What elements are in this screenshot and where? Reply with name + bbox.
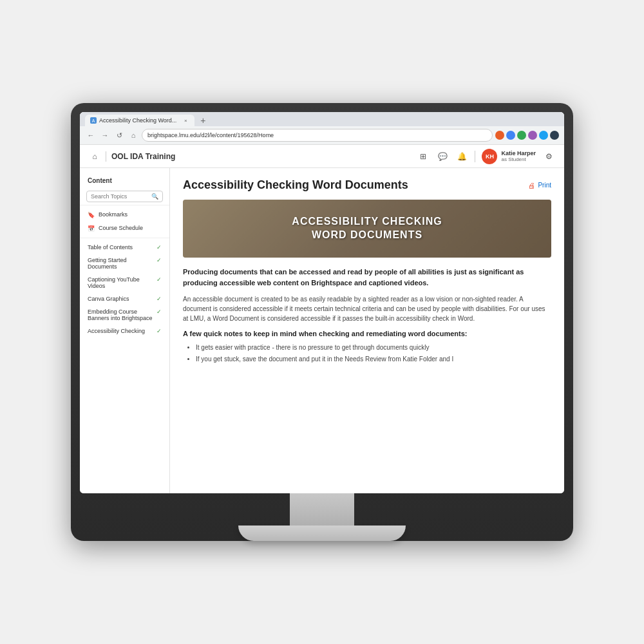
content-subheading: A few quick notes to keep in mind when c…: [183, 330, 551, 337]
check-icon-canva: ✓: [156, 296, 162, 302]
print-label: Print: [538, 182, 551, 189]
browser-toolbar-icons: [495, 131, 559, 140]
user-role: as Student: [501, 156, 536, 162]
lms-main: Content 🔍 🔖 Bookmarks 📅 Course Schedule: [80, 168, 564, 493]
sidebar-item-toc[interactable]: Table of Contents ✓: [80, 241, 169, 254]
print-icon: 🖨: [528, 182, 535, 189]
topnav-title: OOL IDA Training: [111, 152, 175, 161]
print-button[interactable]: 🖨 Print: [528, 182, 551, 189]
back-button[interactable]: ←: [85, 129, 97, 141]
address-bar[interactable]: brightspace.lmu.edu/d2l/le/content/19562…: [142, 129, 493, 142]
monitor-screen: A Accessibility Checking Word... × + ← →…: [80, 112, 564, 493]
lms-container: ⌂ OOL IDA Training ⊞ 💬 🔔 KH Katie Harper: [80, 145, 564, 493]
lms-topnav: ⌂ OOL IDA Training ⊞ 💬 🔔 KH Katie Harper: [80, 145, 564, 168]
browser-ext-icon-6: [550, 131, 559, 140]
user-profile[interactable]: KH Katie Harper as Student: [482, 149, 536, 164]
url-text: brightspace.lmu.edu/d2l/le/content/19562…: [147, 132, 274, 138]
sidebar-item-getting-started[interactable]: Getting Started Documents ✓: [80, 254, 169, 273]
search-input[interactable]: [91, 193, 151, 200]
sidebar-item-bookmarks[interactable]: 🔖 Bookmarks: [80, 208, 169, 222]
sidebar-item-label: Table of Contents: [88, 244, 153, 251]
tab-close-button[interactable]: ×: [182, 117, 189, 124]
topnav-home-icon[interactable]: ⌂: [89, 151, 100, 162]
grid-icon[interactable]: ⊞: [417, 150, 430, 163]
refresh-button[interactable]: ↺: [113, 129, 125, 141]
topnav-right: ⊞ 💬 🔔 KH Katie Harper as Student ⚙: [417, 149, 555, 164]
settings-icon[interactable]: ⚙: [542, 150, 555, 163]
sidebar-item-embedding[interactable]: Embedding Course Banners into Brightspac…: [80, 305, 169, 325]
sidebar: Content 🔍 🔖 Bookmarks 📅 Course Schedule: [80, 168, 170, 493]
monitor-base: [238, 526, 406, 541]
chat-icon[interactable]: 💬: [436, 150, 449, 163]
browser-ext-icon-4: [528, 131, 537, 140]
content-lead: Producing documents that can be accessed…: [183, 267, 551, 288]
list-item: It gets easier with practice - there is …: [196, 343, 551, 353]
check-icon-captioning: ✓: [156, 276, 162, 283]
sidebar-item-label: Accessibility Checking: [88, 328, 153, 334]
forward-button[interactable]: →: [99, 129, 111, 141]
monitor-neck: [290, 493, 354, 526]
sidebar-item-label: Course Schedule: [99, 225, 162, 231]
tab-title: Accessibility Checking Word...: [99, 117, 176, 124]
list-item: If you get stuck, save the document and …: [196, 354, 551, 365]
content-header: Accessibility Checking Word Documents 🖨 …: [183, 178, 551, 192]
check-icon-getting-started: ✓: [156, 257, 162, 263]
check-icon-toc: ✓: [156, 244, 162, 251]
sidebar-item-canva[interactable]: Canva Graphics ✓: [80, 292, 169, 305]
tab-favicon: A: [90, 117, 97, 124]
browser-ext-icon-1: [495, 131, 504, 140]
sidebar-item-label: Captioning YouTube Videos: [88, 276, 153, 289]
bookmarks-icon: 🔖: [88, 212, 95, 218]
topnav-divider: [106, 151, 106, 162]
content-body: An accessible document is created to be …: [183, 294, 551, 323]
avatar: KH: [482, 149, 497, 164]
active-tab[interactable]: A Accessibility Checking Word... ×: [85, 115, 194, 126]
notification-icon[interactable]: 🔔: [455, 150, 468, 163]
browser-ext-icon-3: [517, 131, 526, 140]
browser-ext-icon-2: [506, 131, 515, 140]
search-box[interactable]: 🔍: [86, 191, 163, 202]
sidebar-item-label: Bookmarks: [99, 211, 162, 218]
sidebar-item-accessibility[interactable]: Accessibility Checking ✓: [80, 325, 169, 337]
home-nav-button[interactable]: ⌂: [128, 129, 139, 141]
sidebar-item-label: Embedding Course Banners into Brightspac…: [88, 308, 153, 321]
sidebar-heading: Content: [80, 173, 169, 188]
address-bar-row: ← → ↺ ⌂ brightspace.lmu.edu/d2l/le/conte…: [80, 126, 564, 144]
sidebar-item-course-schedule[interactable]: 📅 Course Schedule: [80, 222, 169, 235]
monitor: A Accessibility Checking Word... × + ← →…: [71, 103, 573, 541]
sidebar-item-captioning[interactable]: Captioning YouTube Videos ✓: [80, 273, 169, 292]
sidebar-divider-2: [80, 238, 169, 238]
new-tab-button[interactable]: +: [197, 115, 209, 126]
browser-chrome: A Accessibility Checking Word... × + ← →…: [80, 112, 564, 145]
sidebar-divider-1: [80, 205, 169, 205]
content-list: It gets easier with practice - there is …: [196, 343, 551, 365]
calendar-icon: 📅: [88, 225, 95, 232]
check-icon-accessibility: ✓: [156, 328, 162, 334]
check-icon-embedding: ✓: [156, 308, 162, 315]
user-name-block: Katie Harper as Student: [501, 150, 536, 162]
browser-ext-icon-5: [539, 131, 548, 140]
tab-bar: A Accessibility Checking Word... × +: [80, 112, 564, 126]
content-area: Accessibility Checking Word Documents 🖨 …: [170, 168, 564, 493]
topnav-user-divider: [475, 151, 475, 162]
content-title: Accessibility Checking Word Documents: [183, 178, 408, 192]
user-name: Katie Harper: [501, 150, 536, 156]
search-icon: 🔍: [151, 193, 158, 200]
hero-text: ACCESSIBILITY CHECKING WORD DOCUMENTS: [292, 215, 442, 242]
hero-line-1: ACCESSIBILITY CHECKING: [292, 215, 442, 229]
hero-banner: ACCESSIBILITY CHECKING WORD DOCUMENTS: [183, 200, 551, 258]
hero-line-2: WORD DOCUMENTS: [292, 229, 442, 242]
sidebar-item-label: Canva Graphics: [88, 296, 153, 302]
sidebar-item-label: Getting Started Documents: [88, 257, 153, 270]
